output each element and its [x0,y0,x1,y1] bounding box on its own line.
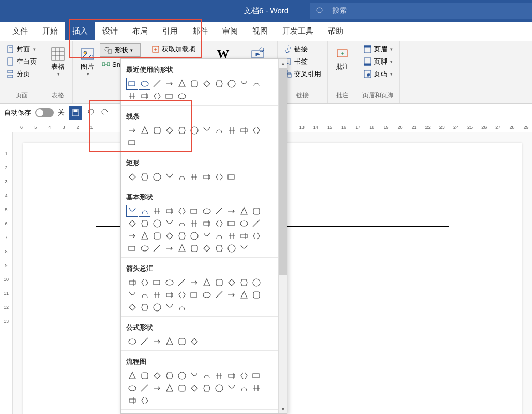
shape-item[interactable] [225,217,237,229]
shape-item[interactable] [188,242,200,254]
shape-item[interactable] [250,382,262,394]
shape-item[interactable] [201,289,212,301]
shape-item[interactable] [139,90,150,102]
shape-item[interactable] [225,242,237,254]
pagenum-button[interactable]: #页码 [361,68,395,80]
shape-item[interactable] [126,289,138,301]
shape-item[interactable] [201,171,212,183]
shape-item[interactable] [126,301,138,313]
shape-item[interactable] [225,289,237,301]
shape-item[interactable] [238,289,250,301]
shape-item[interactable] [126,137,138,149]
shape-item[interactable] [238,230,250,242]
shape-item[interactable] [225,205,237,217]
shape-item[interactable] [238,369,250,381]
shape-item[interactable] [176,230,188,242]
shape-item[interactable] [225,124,237,136]
shape-item[interactable] [250,289,262,301]
shape-item[interactable] [201,78,212,90]
shape-item[interactable] [238,78,250,90]
shape-item[interactable] [151,205,163,217]
shape-item[interactable] [238,276,250,288]
shape-item[interactable] [139,276,150,288]
pictures-button[interactable]: 图片 [77,43,98,79]
get-addins-button[interactable]: 获取加载项 [149,43,197,55]
shape-item[interactable] [238,217,250,229]
shape-item[interactable] [151,335,163,347]
shape-item[interactable] [163,124,175,136]
shape-item[interactable] [188,217,200,229]
shape-item[interactable] [139,205,150,217]
shape-item[interactable] [163,205,175,217]
shape-item[interactable] [151,78,163,90]
scroll-down-button[interactable]: ▼ [279,405,287,413]
crossref-button[interactable]: 交叉引用 [282,68,323,80]
shape-item[interactable] [188,124,200,136]
cover-page-button[interactable]: 封面 [4,43,39,55]
shape-item[interactable] [250,276,262,288]
shape-item[interactable] [139,171,150,183]
shape-item[interactable] [151,171,163,183]
shape-item[interactable] [151,382,163,394]
shape-item[interactable] [139,124,150,136]
shape-item[interactable] [126,369,138,381]
shape-item[interactable] [126,171,138,183]
shape-item[interactable] [126,242,138,254]
shape-item[interactable] [188,335,200,347]
shape-item[interactable] [176,217,188,229]
shape-item[interactable] [250,205,262,217]
redo-button[interactable] [100,107,109,119]
shape-item[interactable] [176,276,188,288]
shape-item[interactable] [139,217,150,229]
shape-item[interactable] [151,289,163,301]
shape-item[interactable] [188,276,200,288]
tab-review[interactable]: 审阅 [215,22,245,40]
shape-item[interactable] [176,171,188,183]
undo-button[interactable] [86,107,96,119]
tab-layout[interactable]: 布局 [125,22,155,40]
shape-item[interactable] [188,205,200,217]
shape-item[interactable] [213,230,225,242]
shape-item[interactable] [151,276,163,288]
shape-item[interactable] [126,217,138,229]
shape-item[interactable] [250,217,262,229]
shape-item[interactable] [201,369,212,381]
shape-item[interactable] [139,301,150,313]
shape-item[interactable] [126,230,138,242]
shape-item[interactable] [213,382,225,394]
tab-insert[interactable]: 插入 [65,22,95,40]
shape-item[interactable] [201,124,212,136]
shape-item[interactable] [151,242,163,254]
shape-item[interactable] [213,124,225,136]
shape-item[interactable] [201,205,212,217]
shape-item[interactable] [176,90,188,102]
shape-item[interactable] [250,124,262,136]
shape-item[interactable] [188,78,200,90]
shape-item[interactable] [151,217,163,229]
shape-item[interactable] [213,205,225,217]
shape-item[interactable] [163,90,175,102]
shape-item[interactable] [126,90,138,102]
shape-item[interactable] [176,335,188,347]
shape-item[interactable] [163,369,175,381]
shape-item[interactable] [139,230,150,242]
footer-button[interactable]: 页脚 [361,56,395,67]
scroll-thumb[interactable] [279,68,287,275]
shape-item[interactable] [225,369,237,381]
tab-developer[interactable]: 开发工具 [275,22,321,40]
shape-item[interactable] [163,78,175,90]
shape-item[interactable] [163,171,175,183]
shape-item[interactable] [188,369,200,381]
shape-item[interactable] [238,124,250,136]
shape-item[interactable] [151,90,163,102]
shapes-dropdown-button[interactable]: 形状 ▾ [100,43,141,57]
scroll-up-button[interactable]: ▲ [279,59,287,68]
table-button[interactable]: 表格 [48,43,68,79]
shape-item[interactable] [176,124,188,136]
shape-item[interactable] [201,230,212,242]
shape-item[interactable] [225,382,237,394]
shape-item[interactable] [126,382,138,394]
shape-item[interactable] [188,382,200,394]
tab-references[interactable]: 引用 [155,22,185,40]
tab-home[interactable]: 开始 [35,22,65,40]
